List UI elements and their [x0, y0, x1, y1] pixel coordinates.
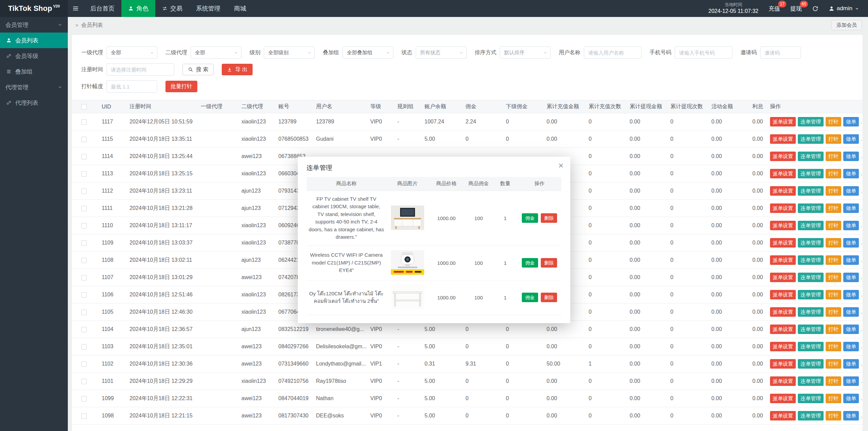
more-actions[interactable]: ... — [861, 395, 863, 401]
dispatch-settings-button[interactable]: 派单设置 — [770, 359, 796, 369]
needle-button[interactable]: 打针 — [826, 325, 841, 334]
dispatch-settings-button[interactable]: 派单设置 — [770, 152, 796, 161]
chain-order-manage-button[interactable]: 连单管理 — [798, 169, 824, 178]
nav-item-mall[interactable]: 商城 — [227, 0, 253, 17]
row-checkbox[interactable] — [81, 413, 87, 419]
more-actions[interactable]: ... — [861, 413, 863, 418]
delete-button[interactable]: 删除 — [541, 293, 557, 302]
row-checkbox[interactable] — [81, 240, 87, 246]
needle-button[interactable]: 打针 — [826, 290, 841, 299]
make-order-button[interactable]: 做单 — [843, 376, 859, 386]
phone-input[interactable] — [675, 46, 732, 59]
chain-order-manage-button[interactable]: 连单管理 — [798, 342, 824, 351]
commission-button[interactable]: 佣金 — [522, 213, 538, 223]
sidebar-item-member-list[interactable]: 会员列表 — [0, 33, 68, 48]
needle-button[interactable]: 打针 — [826, 359, 841, 369]
needle-button[interactable]: 打针 — [826, 394, 841, 403]
chain-order-manage-button[interactable]: 连单管理 — [798, 152, 824, 161]
needle-button[interactable]: 打针 — [826, 117, 841, 126]
row-checkbox[interactable] — [81, 223, 87, 229]
row-checkbox[interactable] — [81, 258, 87, 263]
chain-order-manage-button[interactable]: 连单管理 — [798, 117, 824, 126]
dispatch-settings-button[interactable]: 派单设置 — [770, 394, 796, 403]
needle-button[interactable]: 打针 — [826, 411, 841, 420]
chain-order-manage-button[interactable]: 连单管理 — [798, 203, 824, 213]
sidebar-group-agent-manage[interactable]: 代理管理 — [0, 79, 68, 95]
add-member-button[interactable]: 添加会员 — [831, 20, 862, 30]
chain-order-manage-button[interactable]: 连单管理 — [798, 221, 824, 230]
row-checkbox[interactable] — [81, 327, 87, 332]
make-order-button[interactable]: 做单 — [843, 221, 859, 230]
row-checkbox[interactable] — [81, 206, 87, 211]
withdraw-nav-item[interactable]: 提现 65 — [790, 5, 802, 13]
needle-button[interactable]: 打针 — [826, 238, 841, 248]
batch-needle-button[interactable]: 批量打针 — [165, 81, 197, 92]
more-actions[interactable]: ... — [861, 188, 863, 194]
more-actions[interactable]: ... — [861, 119, 863, 124]
make-order-button[interactable]: 做单 — [843, 117, 859, 126]
more-actions[interactable]: ... — [861, 240, 863, 246]
needle-button[interactable]: 打针 — [826, 169, 841, 178]
sidebar-group-member-manage[interactable]: 会员管理 — [0, 17, 68, 33]
agent-level1-select[interactable]: 全部 — [106, 46, 157, 59]
close-icon[interactable]: × — [558, 161, 564, 170]
chain-order-manage-button[interactable]: 连单管理 — [798, 307, 824, 317]
more-actions[interactable]: ... — [861, 292, 863, 297]
app-logo[interactable]: TikTok Shop V20 — [0, 0, 68, 17]
nav-item-trade[interactable]: 交易 — [155, 0, 189, 17]
chain-order-manage-button[interactable]: 连单管理 — [798, 290, 824, 299]
nav-item-roles[interactable]: 角色 — [121, 0, 155, 17]
needle-button[interactable]: 打针 — [826, 186, 841, 196]
dispatch-settings-button[interactable]: 派单设置 — [770, 221, 796, 230]
chain-order-manage-button[interactable]: 连单管理 — [798, 134, 824, 144]
level-select[interactable]: 全部级别 — [264, 46, 315, 59]
more-actions[interactable]: ... — [861, 257, 863, 263]
refresh-button[interactable] — [812, 5, 818, 12]
needle-button[interactable]: 打针 — [826, 152, 841, 161]
dispatch-settings-button[interactable]: 派单设置 — [770, 376, 796, 386]
make-order-button[interactable]: 做单 — [843, 394, 859, 403]
row-checkbox[interactable] — [81, 171, 87, 177]
sidebar-item-agent-list[interactable]: 代理列表 — [0, 95, 68, 111]
sidebar-item-overlay-group[interactable]: 叠加组 — [0, 64, 68, 79]
more-actions[interactable]: ... — [861, 205, 863, 211]
needle-range-input[interactable] — [106, 80, 157, 93]
chain-order-manage-button[interactable]: 连单管理 — [798, 394, 824, 403]
row-checkbox[interactable] — [81, 189, 87, 194]
more-actions[interactable]: ... — [861, 344, 863, 349]
commission-button[interactable]: 佣金 — [522, 293, 538, 302]
chain-order-manage-button[interactable]: 连单管理 — [798, 376, 824, 386]
dispatch-settings-button[interactable]: 派单设置 — [770, 134, 796, 144]
needle-button[interactable]: 打针 — [826, 307, 841, 317]
recharge-nav-item[interactable]: 充值 17 — [769, 5, 780, 13]
dispatch-settings-button[interactable]: 派单设置 — [770, 273, 796, 282]
dispatch-settings-button[interactable]: 派单设置 — [770, 411, 796, 420]
invite-code-input[interactable] — [760, 46, 801, 59]
more-actions[interactable]: ... — [861, 378, 863, 384]
chain-order-manage-button[interactable]: 连单管理 — [798, 273, 824, 282]
chain-order-manage-button[interactable]: 连单管理 — [798, 411, 824, 420]
make-order-button[interactable]: 做单 — [843, 359, 859, 369]
make-order-button[interactable]: 做单 — [843, 134, 859, 144]
overlay-group-select[interactable]: 全部叠加组 — [342, 46, 393, 59]
chain-order-manage-button[interactable]: 连单管理 — [798, 359, 824, 369]
dispatch-settings-button[interactable]: 派单设置 — [770, 290, 796, 299]
user-menu[interactable]: admin — [829, 5, 859, 12]
dispatch-settings-button[interactable]: 派单设置 — [770, 203, 796, 213]
row-checkbox[interactable] — [81, 119, 87, 125]
more-actions[interactable]: ... — [861, 222, 863, 228]
dispatch-settings-button[interactable]: 派单设置 — [770, 255, 796, 265]
sidebar-item-member-level[interactable]: 会员等级 — [0, 48, 68, 64]
row-checkbox[interactable] — [81, 344, 87, 350]
nav-item-system-manage[interactable]: 系统管理 — [189, 0, 227, 17]
delete-button[interactable]: 删除 — [541, 213, 557, 223]
make-order-button[interactable]: 做单 — [843, 152, 859, 161]
dispatch-settings-button[interactable]: 派单设置 — [770, 325, 796, 334]
select-all-checkbox[interactable] — [81, 104, 87, 110]
row-checkbox[interactable] — [81, 275, 87, 280]
more-actions[interactable]: ... — [861, 326, 863, 332]
make-order-button[interactable]: 做单 — [843, 411, 859, 420]
make-order-button[interactable]: 做单 — [843, 169, 859, 178]
dispatch-settings-button[interactable]: 派单设置 — [770, 238, 796, 248]
dispatch-settings-button[interactable]: 派单设置 — [770, 117, 796, 126]
